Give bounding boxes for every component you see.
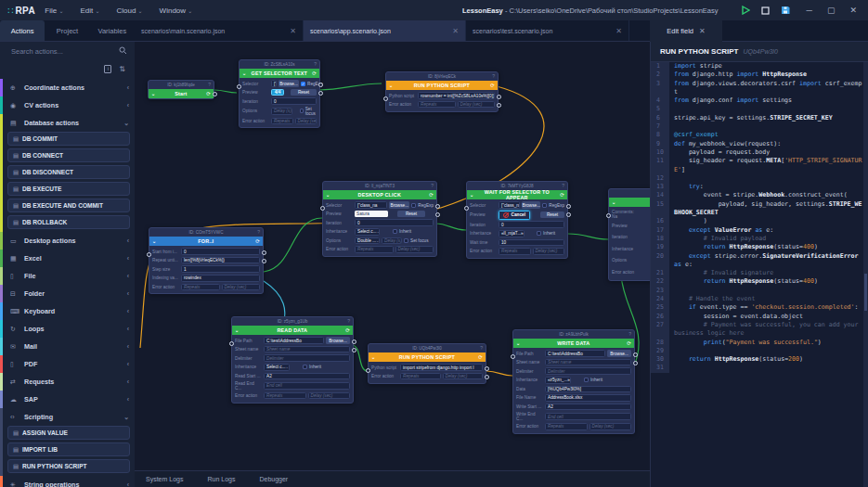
field-input[interactable]: import stripefrom django.http import I: [400, 364, 483, 371]
field-input[interactable]: 0: [181, 248, 260, 255]
field-input[interactable]: Delay (sec): [443, 373, 484, 380]
field-input[interactable]: C:\test\AddressBo: [264, 337, 324, 344]
file-tab[interactable]: scenarios\test.scenario.json✕: [466, 20, 629, 41]
help-icon[interactable]: ?: [562, 183, 564, 188]
connection-port[interactable]: [633, 361, 638, 365]
field-input[interactable]: Repeats: [418, 101, 456, 109]
help-icon[interactable]: ?: [208, 82, 211, 87]
sidebar-group-file[interactable]: ▯File‹: [3, 267, 135, 285]
checkbox-inherit[interactable]: Inherit: [584, 378, 602, 382]
field-input[interactable]: Delay (sec): [533, 248, 565, 255]
python-code-editor[interactable]: 1import stripe2from django.http import H…: [651, 62, 864, 487]
connection-port[interactable]: [497, 95, 501, 99]
connection-port[interactable]: [318, 83, 323, 87]
stop-icon[interactable]: [761, 6, 770, 15]
sidebar-group-cv-actions[interactable]: ◉CV actions‹: [3, 96, 135, 114]
connection-port[interactable]: [147, 252, 151, 257]
field-input[interactable]: Repeats: [271, 118, 293, 125]
node-write-data[interactable]: ID: zA9LbhPulk?⌄WRITE DATA⟳File PathC:\t…: [512, 329, 635, 434]
field-button[interactable]: Reset: [291, 89, 317, 96]
field-select[interactable]: Double ...⌄: [355, 237, 380, 245]
field-input[interactable]: rowindex: [181, 275, 260, 282]
chevron-down-icon[interactable]: ⌄: [612, 199, 615, 205]
field-button[interactable]: Browse...: [389, 201, 409, 209]
field-input[interactable]: Delay (s): [271, 108, 292, 115]
sidebar-group-string-operations[interactable]: ✳String operations‹: [3, 476, 135, 487]
connection-port[interactable]: [366, 368, 370, 373]
close-icon[interactable]: ✕: [445, 27, 459, 35]
menu-edit[interactable]: Edit ⌄: [80, 6, 99, 15]
run-icon[interactable]: [741, 6, 750, 15]
sidebar-group-excel[interactable]: ▦Excel‹: [3, 250, 135, 267]
node-title-bar[interactable]: ⌄READ DATA⟳: [232, 326, 353, 335]
checkbox-inherit[interactable]: Inherit: [537, 231, 555, 236]
node-start[interactable]: ID: kj1b89fqde?⌄Start⟳: [148, 80, 214, 99]
checkbox-set-focus[interactable]: Set focus: [404, 238, 429, 243]
repeat-icon[interactable]: ⟳: [627, 340, 631, 346]
node-wait-for-selector-to-appear[interactable]: ID: 7kMTYyG8J8?⌄WAIT FOR SELECTOR TO APP…: [466, 181, 568, 259]
file-tab[interactable]: scenarios\app.scenario.json✕: [304, 20, 466, 41]
node-title-bar[interactable]: ⌄⟳: [609, 198, 650, 207]
field-input[interactable]: [%UQb4Pw3l0%]: [545, 386, 631, 393]
field-select[interactable]: Select c...⌄: [264, 364, 290, 371]
connection-port[interactable]: [229, 341, 234, 346]
connection-port[interactable]: [237, 84, 241, 89]
field-input[interactable]: Delay (sec): [589, 423, 632, 430]
tab-edit-field[interactable]: Edit field ✕: [650, 20, 722, 42]
sidebar-group-pdf[interactable]: ▯PDF‹: [3, 355, 135, 373]
field-select[interactable]: «ll_mjaT...»⌄: [499, 230, 525, 237]
sidebar-group-database-actions[interactable]: ▤Database actions⌄: [3, 114, 135, 132]
connection-port[interactable]: [435, 212, 440, 217]
close-icon[interactable]: ✕: [608, 27, 622, 35]
node-get-selector-text[interactable]: ID: ZcS8LsA10s?⌄GET SELECTOR TEXT⟳Select…: [239, 59, 320, 128]
field-input[interactable]: ["class_na: [499, 201, 520, 209]
connection-port[interactable]: [352, 340, 356, 344]
repeat-icon[interactable]: ⟳: [478, 354, 483, 360]
maximize-button[interactable]: ▢: [827, 6, 836, 15]
field-input[interactable]: 10: [499, 239, 564, 247]
connection-port[interactable]: [435, 204, 440, 209]
field-input[interactable]: Delimiter: [545, 367, 631, 375]
field-input[interactable]: Delay (s): [382, 237, 402, 245]
sidebar-group-mail[interactable]: ✉Mail‹: [3, 338, 135, 355]
node-comments-node[interactable]: ⌄⟳Comments: NaPreviewIterationInheritanc…: [608, 188, 650, 281]
repeat-icon[interactable]: ⟳: [560, 192, 564, 198]
help-icon[interactable]: ?: [257, 229, 260, 235]
connection-port[interactable]: [485, 375, 489, 379]
sidebar-group-desktop-actions[interactable]: ▭Desktop actions‹: [3, 232, 135, 250]
connection-port[interactable]: [213, 92, 217, 96]
help-icon[interactable]: ?: [480, 345, 483, 351]
field-input[interactable]: End cell: [264, 382, 350, 390]
preview-count-badge[interactable]: 4/4: [271, 89, 284, 96]
sidebar-group-requests[interactable]: ⇄Requests‹: [3, 373, 135, 391]
connection-port[interactable]: [566, 212, 571, 217]
sidebar-group-scripting[interactable]: ‹›Scripting⌄: [3, 408, 135, 426]
field-input[interactable]: Repeats: [499, 248, 531, 255]
tab-actions[interactable]: Actions: [0, 20, 45, 41]
field-input[interactable]: 0: [499, 221, 564, 228]
repeat-icon[interactable]: ⟳: [490, 83, 495, 88]
action-item-db-execute[interactable]: ▤DB EXECUTE: [7, 182, 130, 196]
sort-icon[interactable]: ⇅: [119, 65, 125, 73]
action-item-db-execute-and-commit[interactable]: ▤DB EXECUTE AND COMMIT: [7, 199, 130, 212]
connection-port[interactable]: [464, 206, 469, 211]
field-button[interactable]: Reset: [397, 211, 425, 218]
field-input[interactable]: A2: [545, 404, 631, 411]
code-scrollbar[interactable]: [863, 62, 868, 487]
node-title-bar[interactable]: ⌄GET SELECTOR TEXT⟳: [240, 69, 319, 78]
sidebar-group-sap[interactable]: ☁SAP‹: [3, 391, 135, 408]
field-input[interactable]: len([%8jVrIeqECk%]): [181, 257, 260, 264]
close-icon[interactable]: ✕: [282, 27, 296, 35]
field-input[interactable]: C:\test\AddressBo: [545, 350, 605, 357]
field-input[interactable]: Sheet name: [264, 346, 350, 353]
menu-cloud[interactable]: Cloud ⌄: [116, 6, 142, 15]
action-item-run-python-script[interactable]: ▤RUN PYTHON SCRIPT: [7, 459, 130, 473]
field-input[interactable]: Repeats: [545, 423, 588, 430]
info-icon[interactable]: i: [104, 65, 111, 73]
connection-port[interactable]: [633, 352, 638, 357]
node-read-data[interactable]: ID: z5yzn_g1Ub?⌄READ DATA⟳File PathC:\te…: [231, 316, 354, 404]
field-input[interactable]: Delay (sec): [308, 392, 351, 400]
action-item-db-connect[interactable]: ▤DB CONNECT: [7, 148, 130, 162]
search-actions-input[interactable]: Search actions...: [4, 42, 135, 60]
checkbox-set-focus[interactable]: Set focus: [300, 107, 317, 116]
